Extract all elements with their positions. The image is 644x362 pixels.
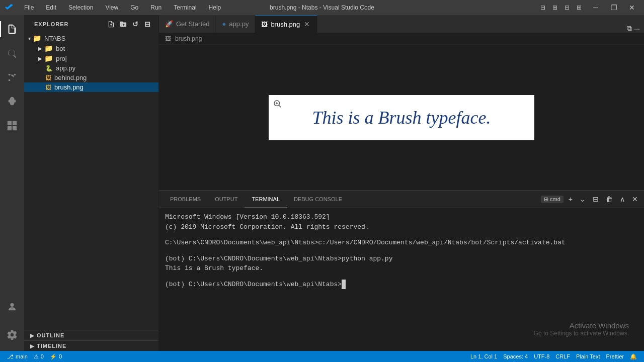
svg-point-2: [14, 74, 16, 76]
restore-button[interactable]: ❐: [607, 2, 621, 13]
editor-area: 🚀 Get Started ● app.py 🖼 brush.png ✕ ⧉ ·…: [159, 15, 644, 351]
layout-btn-1[interactable]: ⊟: [537, 2, 548, 13]
terminal-tab[interactable]: TERMINAL: [245, 191, 287, 208]
bot-chevron: ▶: [38, 46, 42, 51]
tab-brush-png[interactable]: 🖼 brush.png ✕: [255, 15, 317, 33]
image-preview-area: This is a Brush typeface.: [159, 45, 644, 190]
terminal-chevron-button[interactable]: ⌄: [578, 194, 588, 204]
language-mode[interactable]: Plain Text: [573, 353, 603, 359]
timeline-section[interactable]: ▶ TIMELINE: [24, 340, 158, 351]
new-file-button[interactable]: [106, 19, 116, 29]
problems-tab[interactable]: PROBLEMS: [163, 191, 208, 208]
kill-terminal-button[interactable]: 🗑: [604, 194, 615, 204]
menu-help[interactable]: Help: [206, 3, 224, 12]
menu-terminal[interactable]: Terminal: [171, 3, 199, 12]
layout-btn-4[interactable]: ⊞: [574, 2, 585, 13]
root-folder-item[interactable]: ▾ 📁 NTABS: [24, 33, 158, 43]
warnings-count: 0: [59, 353, 62, 359]
behind-png-icon: 🖼: [45, 74, 51, 81]
spaces[interactable]: Spaces: 4: [500, 353, 531, 359]
file-tree: ▾ 📁 NTABS ▶ 📁 bot ▶ 📁 proj 🐍 app.py: [24, 33, 158, 182]
bot-folder-icon: 📁: [44, 44, 53, 52]
terminal-line-3: [165, 232, 638, 238]
encoding[interactable]: UTF-8: [531, 353, 552, 359]
warnings-status[interactable]: ⚡ 0: [47, 353, 65, 360]
extensions-activity-icon[interactable]: [0, 114, 24, 138]
new-terminal-button[interactable]: +: [567, 194, 575, 204]
cursor-position[interactable]: Ln 1, Col 1: [467, 353, 500, 359]
proj-folder-icon: 📁: [44, 54, 53, 62]
split-terminal-button[interactable]: ⊟: [591, 194, 601, 204]
branch-status[interactable]: ⎇ main: [4, 353, 31, 360]
terminal-actions: ⊞ cmd + ⌄ ⊟ 🗑 ∧ ✕: [541, 194, 640, 204]
errors-status[interactable]: ⚠ 0: [31, 353, 47, 360]
layout-btn-2[interactable]: ⊞: [549, 2, 560, 13]
tab-get-started-label: Get Started: [176, 20, 209, 28]
more-actions-button[interactable]: ···: [634, 25, 640, 33]
new-folder-button[interactable]: [118, 19, 128, 29]
close-button[interactable]: ✕: [625, 2, 639, 13]
outline-section[interactable]: ▶ OUTLINE: [24, 330, 158, 340]
folder-proj[interactable]: ▶ 📁 proj: [24, 53, 158, 63]
tab-app-py[interactable]: ● app.py: [216, 15, 255, 33]
tab-close-button[interactable]: ✕: [303, 20, 311, 28]
brush-typeface-text: This is a Brush typeface.: [312, 107, 491, 128]
settings-activity-icon[interactable]: [0, 323, 24, 347]
formatter[interactable]: Prettier: [603, 353, 627, 359]
outline-chevron: ▶: [30, 333, 35, 338]
svg-rect-6: [13, 126, 17, 130]
menu-edit[interactable]: Edit: [43, 3, 59, 12]
menu-run[interactable]: Run: [147, 3, 165, 12]
terminal-line-7: This is a Brush typeface.: [165, 263, 638, 274]
menu-go[interactable]: Go: [127, 3, 141, 12]
branch-label: main: [16, 353, 28, 359]
debug-console-tab[interactable]: DEBUG CONSOLE: [287, 191, 349, 208]
tabs-bar: 🚀 Get Started ● app.py 🖼 brush.png ✕ ⧉ ·…: [159, 15, 644, 33]
split-editor-button[interactable]: ⧉: [627, 24, 632, 33]
tab-app-py-icon: ●: [222, 20, 226, 28]
menu-selection[interactable]: Selection: [65, 3, 96, 12]
shell-selector[interactable]: ⊞ cmd: [541, 196, 564, 203]
svg-rect-3: [8, 121, 12, 125]
sidebar: Explorer ↺ ⊟ ▾ 📁 NTABS ▶: [24, 15, 159, 351]
close-panel-button[interactable]: ✕: [630, 194, 640, 204]
file-behind-png[interactable]: 🖼 behind.png: [24, 73, 158, 82]
status-bar-right: Ln 1, Col 1 Spaces: 4 UTF-8 CRLF Plain T…: [467, 353, 640, 360]
folder-bot[interactable]: ▶ 📁 bot: [24, 43, 158, 53]
status-bar: ⎇ main ⚠ 0 ⚡ 0 Ln 1, Col 1 Spaces: 4 UTF…: [0, 351, 644, 362]
image-preview-container: This is a Brush typeface.: [269, 95, 534, 140]
activity-bar: [0, 15, 24, 351]
breadcrumb-icon: 🖼: [165, 35, 171, 42]
menu-file[interactable]: File: [21, 3, 37, 12]
zoom-icon[interactable]: [273, 99, 282, 110]
minimize-button[interactable]: ─: [589, 2, 603, 13]
source-control-activity-icon[interactable]: [0, 65, 24, 89]
file-app-py[interactable]: 🐍 app.py: [24, 63, 158, 73]
terminal-tabs: PROBLEMS OUTPUT TERMINAL DEBUG CONSOLE ⊞…: [159, 191, 644, 208]
collapse-all-button[interactable]: ⊟: [142, 19, 152, 29]
title-bar-right: ⊟ ⊞ ⊟ ⊞ ─ ❐ ✕: [537, 2, 639, 13]
terminal-line-8: [165, 274, 638, 280]
line-ending[interactable]: CRLF: [552, 353, 573, 359]
refresh-button[interactable]: ↺: [130, 19, 140, 29]
root-folder-label: NTABS: [44, 35, 65, 42]
editor-actions: ⧉ ···: [623, 24, 644, 33]
menu-view[interactable]: View: [102, 3, 121, 12]
terminal-area: PROBLEMS OUTPUT TERMINAL DEBUG CONSOLE ⊞…: [159, 190, 644, 351]
maximize-panel-button[interactable]: ∧: [618, 194, 627, 204]
tab-get-started[interactable]: 🚀 Get Started: [159, 15, 216, 33]
debug-activity-icon[interactable]: [0, 89, 24, 114]
notifications-bell[interactable]: 🔔: [627, 353, 640, 360]
file-brush-png[interactable]: 🖼 brush.png: [24, 82, 158, 92]
account-activity-icon[interactable]: [0, 295, 24, 319]
tab-brush-icon: 🖼: [261, 21, 268, 28]
svg-point-1: [9, 79, 11, 81]
terminal-body[interactable]: Microsoft Windows [Version 10.0.18363.59…: [159, 208, 644, 351]
search-activity-icon[interactable]: [0, 41, 24, 65]
svg-rect-5: [8, 126, 12, 130]
layout-btn-3[interactable]: ⊟: [561, 2, 573, 13]
output-tab[interactable]: OUTPUT: [208, 191, 245, 208]
title-bar: File Edit Selection View Go Run Terminal…: [0, 0, 644, 15]
explorer-activity-icon[interactable]: [0, 17, 24, 41]
editor-content: This is a Brush typeface. PROBLEMS OUTPU…: [159, 45, 644, 351]
